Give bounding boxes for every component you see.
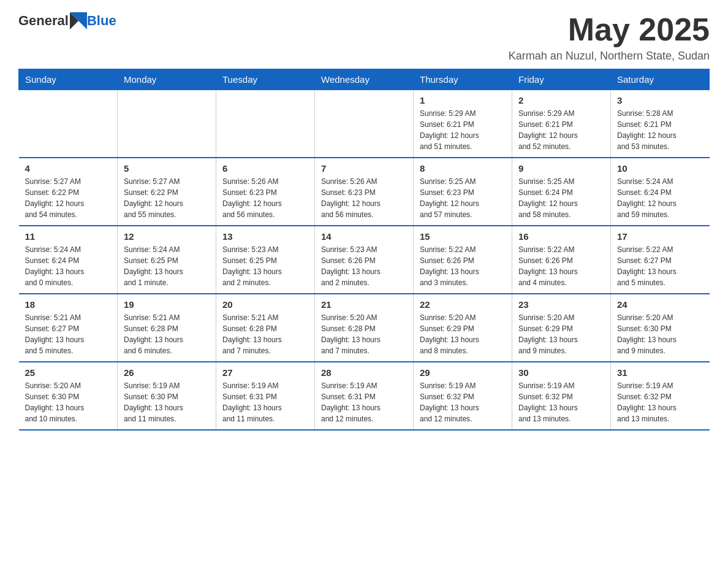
day-info: Sunrise: 5:23 AMSunset: 6:25 PMDaylight:… xyxy=(222,244,308,288)
day-info: Sunrise: 5:21 AMSunset: 6:27 PMDaylight:… xyxy=(25,312,112,356)
day-info: Sunrise: 5:19 AMSunset: 6:32 PMDaylight:… xyxy=(420,380,506,424)
calendar-week-row: 4Sunrise: 5:27 AMSunset: 6:22 PMDaylight… xyxy=(19,158,710,226)
day-info: Sunrise: 5:22 AMSunset: 6:27 PMDaylight:… xyxy=(617,244,703,288)
day-info: Sunrise: 5:24 AMSunset: 6:24 PMDaylight:… xyxy=(617,176,703,220)
day-number: 25 xyxy=(25,367,112,378)
calendar-day-cell: 20Sunrise: 5:21 AMSunset: 6:28 PMDayligh… xyxy=(216,294,315,362)
day-number: 24 xyxy=(617,299,703,310)
day-number: 12 xyxy=(124,231,210,242)
day-info: Sunrise: 5:21 AMSunset: 6:28 PMDaylight:… xyxy=(124,312,210,356)
day-info: Sunrise: 5:25 AMSunset: 6:24 PMDaylight:… xyxy=(518,176,604,220)
calendar-day-cell: 12Sunrise: 5:24 AMSunset: 6:25 PMDayligh… xyxy=(118,226,216,294)
day-info: Sunrise: 5:25 AMSunset: 6:23 PMDaylight:… xyxy=(420,176,506,220)
calendar-day-cell: 28Sunrise: 5:19 AMSunset: 6:31 PMDayligh… xyxy=(315,362,414,430)
calendar-day-cell: 3Sunrise: 5:28 AMSunset: 6:21 PMDaylight… xyxy=(611,90,710,158)
calendar-table: SundayMondayTuesdayWednesdayThursdayFrid… xyxy=(18,69,710,431)
day-info: Sunrise: 5:19 AMSunset: 6:31 PMDaylight:… xyxy=(321,380,407,424)
day-info: Sunrise: 5:24 AMSunset: 6:25 PMDaylight:… xyxy=(124,244,210,288)
day-number: 9 xyxy=(518,163,604,174)
day-number: 15 xyxy=(420,231,506,242)
month-year-title: May 2025 xyxy=(509,12,710,47)
day-number: 8 xyxy=(420,163,506,174)
day-number: 20 xyxy=(222,299,308,310)
day-number: 7 xyxy=(321,163,407,174)
calendar-day-header: Wednesday xyxy=(315,69,414,90)
day-info: Sunrise: 5:20 AMSunset: 6:28 PMDaylight:… xyxy=(321,312,407,356)
day-number: 10 xyxy=(617,163,703,174)
calendar-day-cell: 23Sunrise: 5:20 AMSunset: 6:29 PMDayligh… xyxy=(512,294,611,362)
day-number: 21 xyxy=(321,299,407,310)
calendar-day-cell: 19Sunrise: 5:21 AMSunset: 6:28 PMDayligh… xyxy=(118,294,216,362)
calendar-day-cell: 15Sunrise: 5:22 AMSunset: 6:26 PMDayligh… xyxy=(414,226,512,294)
day-info: Sunrise: 5:27 AMSunset: 6:22 PMDaylight:… xyxy=(124,176,210,220)
calendar-day-cell: 8Sunrise: 5:25 AMSunset: 6:23 PMDaylight… xyxy=(414,158,512,226)
day-info: Sunrise: 5:19 AMSunset: 6:32 PMDaylight:… xyxy=(617,380,703,424)
day-number: 29 xyxy=(420,367,506,378)
day-number: 6 xyxy=(222,163,308,174)
day-number: 28 xyxy=(321,367,407,378)
calendar-day-cell xyxy=(315,90,414,158)
day-number: 4 xyxy=(25,163,112,174)
calendar-day-cell: 16Sunrise: 5:22 AMSunset: 6:26 PMDayligh… xyxy=(512,226,611,294)
day-number: 11 xyxy=(25,231,112,242)
day-info: Sunrise: 5:29 AMSunset: 6:21 PMDaylight:… xyxy=(518,108,604,152)
calendar-day-cell: 14Sunrise: 5:23 AMSunset: 6:26 PMDayligh… xyxy=(315,226,414,294)
calendar-day-cell: 7Sunrise: 5:26 AMSunset: 6:23 PMDaylight… xyxy=(315,158,414,226)
day-number: 13 xyxy=(222,231,308,242)
calendar-day-header: Tuesday xyxy=(216,69,315,90)
calendar-day-cell xyxy=(216,90,315,158)
calendar-day-cell: 4Sunrise: 5:27 AMSunset: 6:22 PMDaylight… xyxy=(19,158,118,226)
day-info: Sunrise: 5:19 AMSunset: 6:31 PMDaylight:… xyxy=(222,380,308,424)
logo-icon xyxy=(70,12,87,29)
calendar-day-header: Sunday xyxy=(19,69,118,90)
title-block: May 2025 Karmah an Nuzul, Northern State… xyxy=(509,12,710,63)
day-info: Sunrise: 5:20 AMSunset: 6:30 PMDaylight:… xyxy=(25,380,112,424)
day-number: 23 xyxy=(518,299,604,310)
day-number: 14 xyxy=(321,231,407,242)
calendar-day-cell: 22Sunrise: 5:20 AMSunset: 6:29 PMDayligh… xyxy=(414,294,512,362)
calendar-day-cell: 13Sunrise: 5:23 AMSunset: 6:25 PMDayligh… xyxy=(216,226,315,294)
day-info: Sunrise: 5:19 AMSunset: 6:32 PMDaylight:… xyxy=(518,380,604,424)
calendar-day-cell: 6Sunrise: 5:26 AMSunset: 6:23 PMDaylight… xyxy=(216,158,315,226)
day-number: 18 xyxy=(25,299,112,310)
day-number: 2 xyxy=(518,95,604,105)
calendar-week-row: 18Sunrise: 5:21 AMSunset: 6:27 PMDayligh… xyxy=(19,294,710,362)
day-info: Sunrise: 5:27 AMSunset: 6:22 PMDaylight:… xyxy=(25,176,112,220)
calendar-day-cell xyxy=(19,90,118,158)
day-info: Sunrise: 5:20 AMSunset: 6:29 PMDaylight:… xyxy=(420,312,506,356)
day-info: Sunrise: 5:22 AMSunset: 6:26 PMDaylight:… xyxy=(518,244,604,288)
calendar-day-cell: 1Sunrise: 5:29 AMSunset: 6:21 PMDaylight… xyxy=(414,90,512,158)
day-number: 16 xyxy=(518,231,604,242)
calendar-day-cell xyxy=(118,90,216,158)
calendar-day-cell: 17Sunrise: 5:22 AMSunset: 6:27 PMDayligh… xyxy=(611,226,710,294)
calendar-header-row: SundayMondayTuesdayWednesdayThursdayFrid… xyxy=(19,69,710,90)
day-info: Sunrise: 5:19 AMSunset: 6:30 PMDaylight:… xyxy=(124,380,210,424)
day-info: Sunrise: 5:26 AMSunset: 6:23 PMDaylight:… xyxy=(321,176,407,220)
day-number: 26 xyxy=(124,367,210,378)
calendar-week-row: 25Sunrise: 5:20 AMSunset: 6:30 PMDayligh… xyxy=(19,362,710,430)
day-info: Sunrise: 5:21 AMSunset: 6:28 PMDaylight:… xyxy=(222,312,308,356)
day-number: 17 xyxy=(617,231,703,242)
location-subtitle: Karmah an Nuzul, Northern State, Sudan xyxy=(509,50,710,63)
day-info: Sunrise: 5:29 AMSunset: 6:21 PMDaylight:… xyxy=(420,108,506,152)
day-info: Sunrise: 5:20 AMSunset: 6:29 PMDaylight:… xyxy=(518,312,604,356)
calendar-day-cell: 9Sunrise: 5:25 AMSunset: 6:24 PMDaylight… xyxy=(512,158,611,226)
logo-general: General xyxy=(18,13,69,29)
calendar-day-header: Thursday xyxy=(414,69,512,90)
day-info: Sunrise: 5:22 AMSunset: 6:26 PMDaylight:… xyxy=(420,244,506,288)
day-number: 30 xyxy=(518,367,604,378)
day-number: 27 xyxy=(222,367,308,378)
calendar-day-cell: 11Sunrise: 5:24 AMSunset: 6:24 PMDayligh… xyxy=(19,226,118,294)
calendar-day-cell: 31Sunrise: 5:19 AMSunset: 6:32 PMDayligh… xyxy=(611,362,710,430)
calendar-day-header: Friday xyxy=(512,69,611,90)
calendar-day-header: Monday xyxy=(118,69,216,90)
calendar-week-row: 1Sunrise: 5:29 AMSunset: 6:21 PMDaylight… xyxy=(19,90,710,158)
day-number: 19 xyxy=(124,299,210,310)
day-number: 22 xyxy=(420,299,506,310)
logo: General Blue xyxy=(18,12,116,29)
calendar-day-cell: 5Sunrise: 5:27 AMSunset: 6:22 PMDaylight… xyxy=(118,158,216,226)
day-info: Sunrise: 5:26 AMSunset: 6:23 PMDaylight:… xyxy=(222,176,308,220)
calendar-day-cell: 26Sunrise: 5:19 AMSunset: 6:30 PMDayligh… xyxy=(118,362,216,430)
day-info: Sunrise: 5:23 AMSunset: 6:26 PMDaylight:… xyxy=(321,244,407,288)
day-number: 5 xyxy=(124,163,210,174)
